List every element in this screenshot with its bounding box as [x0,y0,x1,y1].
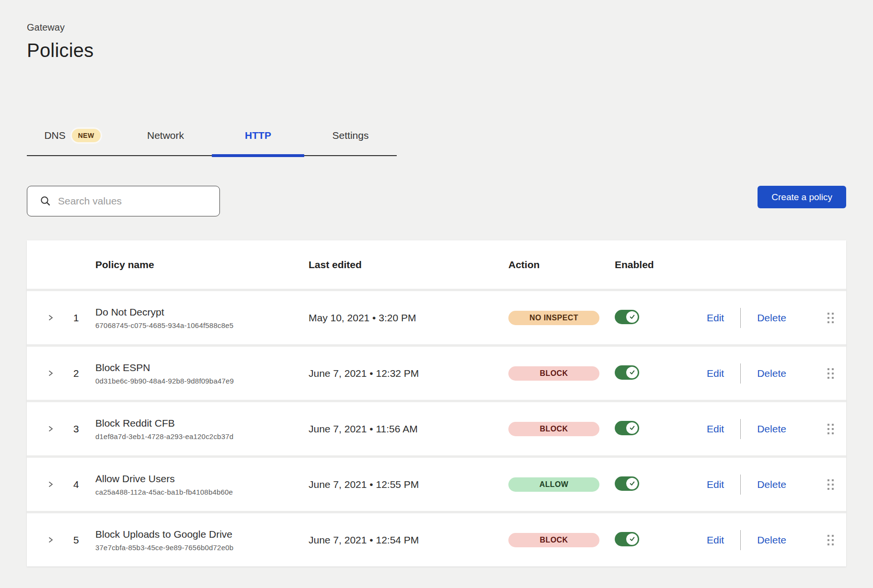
search-icon [40,195,51,207]
tab-settings-label: Settings [333,130,369,141]
delete-button[interactable]: Delete [757,368,786,379]
create-policy-button[interactable]: Create a policy [758,186,846,208]
tab-dns[interactable]: DNS NEW [27,123,119,155]
policy-uuid: 0d31be6c-9b90-48a4-92b8-9d8f09ba47e9 [95,377,309,385]
table-header-row: Policy name Last edited Action Enabled [27,240,846,289]
policy-name: Block ESPN [95,362,309,373]
delete-button[interactable]: Delete [757,312,786,324]
tab-http[interactable]: HTTP [212,123,304,155]
page-title: Policies [27,40,846,61]
row-number: 5 [63,534,95,546]
tab-dns-label: DNS [44,130,65,141]
table-body: 1 Do Not Decrypt 67068745-c075-4685-934a… [27,289,846,566]
drag-handle-icon[interactable] [826,422,836,436]
tab-settings[interactable]: Settings [304,123,397,155]
drag-handle-icon[interactable] [826,477,836,492]
policy-name: Block Uploads to Google Drive [95,529,309,540]
gateway-policies-page: Gateway Policies DNS NEW Network HTTP Se… [0,0,873,566]
row-number: 3 [63,423,95,435]
tab-network-label: Network [147,130,184,141]
drag-handle-icon[interactable] [826,533,836,547]
row-number: 4 [63,479,95,490]
table-row: 4 Allow Drive Users ca25a488-112a-45ac-b… [27,455,846,511]
edit-button[interactable]: Edit [707,479,724,490]
enabled-toggle[interactable] [615,310,639,324]
toolbar: Create a policy [27,186,846,216]
expand-row-button[interactable] [45,368,56,379]
chevron-right-icon [47,314,54,321]
search-input[interactable] [58,195,211,207]
policy-uuid: 67068745-c075-4685-934a-1064f588c8e5 [95,321,309,329]
chevron-right-icon [47,481,54,488]
policy-name: Block Reddit CFB [95,418,309,429]
delete-button[interactable]: Delete [757,534,786,546]
action-badge: BLOCK [508,366,599,381]
row-number: 1 [63,312,95,324]
policy-uuid: 37e7cbfa-85b3-45ce-9e89-7656b0d72e0b [95,543,309,552]
enabled-toggle[interactable] [615,365,639,380]
expand-row-button[interactable] [45,534,56,545]
enabled-toggle[interactable] [615,532,639,546]
check-icon [629,369,635,375]
divider [740,475,741,495]
delete-button[interactable]: Delete [757,479,786,490]
action-badge: BLOCK [508,533,599,547]
enabled-toggle[interactable] [615,421,639,435]
header-last-edited: Last edited [309,259,508,271]
table-row: 5 Block Uploads to Google Drive 37e7cbfa… [27,511,846,566]
last-edited: June 7, 2021 • 12:54 PM [309,534,508,546]
last-edited: June 7, 2021 • 12:32 PM [309,368,508,379]
last-edited: June 7, 2021 • 12:55 PM [309,479,508,490]
delete-button[interactable]: Delete [757,423,786,435]
check-icon [629,536,635,542]
drag-handle-icon[interactable] [826,311,836,325]
chevron-right-icon [47,425,54,432]
policies-table: Policy name Last edited Action Enabled 1… [27,240,846,566]
table-row: 2 Block ESPN 0d31be6c-9b90-48a4-92b8-9d8… [27,344,846,400]
drag-handle-icon[interactable] [826,366,836,381]
chevron-right-icon [47,370,54,377]
expand-row-button[interactable] [45,479,56,490]
header-enabled: Enabled [615,259,707,271]
divider [740,530,741,550]
divider [740,308,741,328]
enabled-toggle[interactable] [615,476,639,491]
tab-bar: DNS NEW Network HTTP Settings [27,123,397,156]
last-edited: May 10, 2021 • 3:20 PM [309,312,508,324]
new-badge: NEW [70,127,102,144]
header-policy-name: Policy name [95,259,309,271]
tab-http-label: HTTP [245,130,271,141]
table-row: 1 Do Not Decrypt 67068745-c075-4685-934a… [27,289,846,344]
edit-button[interactable]: Edit [707,312,724,324]
edit-button[interactable]: Edit [707,534,724,546]
policy-uuid: d1ef8a7d-3eb1-4728-a293-ea120c2cb37d [95,432,309,441]
action-badge: NO INSPECT [508,311,599,325]
policy-name: Do Not Decrypt [95,306,309,318]
divider [740,419,741,439]
check-icon [629,314,635,320]
policy-uuid: ca25a488-112a-45ac-ba1b-fb4108b4b60e [95,488,309,496]
expand-row-button[interactable] [45,423,56,434]
action-badge: ALLOW [508,477,599,492]
search-box[interactable] [27,186,220,216]
tab-network[interactable]: Network [119,123,212,155]
last-edited: June 7, 2021 • 11:56 AM [309,423,508,435]
check-icon [629,425,635,431]
divider [740,363,741,384]
edit-button[interactable]: Edit [707,368,724,379]
edit-button[interactable]: Edit [707,423,724,435]
check-icon [629,480,635,486]
breadcrumb: Gateway [27,22,846,33]
expand-row-button[interactable] [45,312,56,323]
header-action: Action [508,259,615,271]
policy-name: Allow Drive Users [95,473,309,485]
table-row: 3 Block Reddit CFB d1ef8a7d-3eb1-4728-a2… [27,400,846,455]
action-badge: BLOCK [508,422,599,436]
row-number: 2 [63,368,95,379]
chevron-right-icon [47,536,54,543]
